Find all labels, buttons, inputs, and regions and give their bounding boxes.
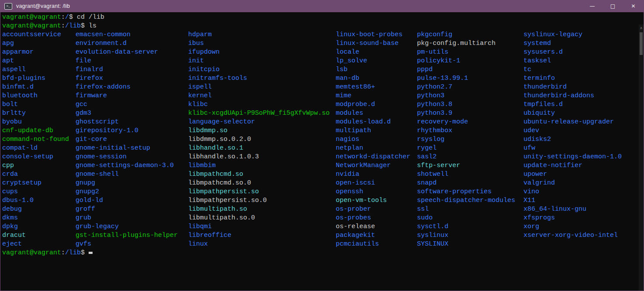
file-entry: pm-utils [417, 48, 515, 57]
file-entry: networkd-dispatcher [336, 153, 410, 161]
file-entry: software-properties [417, 188, 515, 196]
scrollbar[interactable]: ∧ [639, 24, 644, 291]
file-entry: mime [336, 92, 410, 100]
file-entry: update-notifier [523, 161, 622, 170]
scroll-up-arrow-icon[interactable]: ∧ [639, 25, 644, 31]
file-entry: rsyslog [417, 135, 515, 144]
file-entry: gnome-session [76, 153, 178, 161]
file-entry: debug [2, 205, 69, 214]
file-entry: libhandle.so.1.0.3 [188, 153, 330, 161]
file-entry: command-not-found [2, 135, 69, 144]
file-entry: os-release [336, 223, 410, 231]
file-entry: apparmor [2, 48, 69, 57]
file-entry: nvidia [336, 170, 410, 179]
file-entry: gold-ld [76, 196, 178, 205]
file-entry: thunderbird [523, 83, 622, 92]
file-entry: gnome-shell [76, 170, 178, 179]
terminal-content[interactable]: vagrant@vagrant:/$ cd /lib vagrant@vagra… [0, 12, 644, 291]
file-entry: kernel [188, 92, 330, 100]
file-entry: dbus-1.0 [2, 196, 69, 205]
file-entry: libdmmp.so.0.2.0 [188, 135, 330, 144]
file-entry: multipath [336, 127, 410, 135]
file-entry: man-db [336, 74, 410, 83]
file-entry: pkgconfig [417, 31, 515, 39]
file-entry: linux-boot-probes [336, 31, 410, 39]
file-entry: gdm3 [76, 109, 178, 118]
file-entry: netplan [336, 144, 410, 153]
file-entry: eject [2, 240, 69, 249]
file-entry: byobu [2, 118, 69, 127]
file-entry: rhythmbox [417, 127, 515, 135]
scrollbar-thumb[interactable] [640, 32, 643, 55]
text-cursor [89, 252, 93, 254]
file-entry: girepository-1.0 [76, 127, 178, 135]
prompt-line-current: vagrant@vagrant:/lib$ [2, 249, 93, 257]
command-text: ls [85, 22, 96, 30]
file-entry: vino [523, 188, 622, 196]
file-entry: udev [523, 127, 622, 135]
file-entry: python3.9 [417, 109, 515, 118]
file-entry: firefox [76, 74, 178, 83]
file-entry: speech-dispatcher-modules [417, 196, 515, 205]
file-entry: binfmt.d [2, 83, 69, 92]
file-entry: linux-sound-base [336, 39, 410, 48]
prompt-colon: : [61, 22, 65, 30]
file-entry: pcmciautils [336, 240, 410, 249]
file-entry: cups [2, 188, 69, 196]
file-entry: klibc [188, 100, 330, 109]
file-entry: open-iscsi [336, 179, 410, 188]
file-entry: file [76, 57, 178, 65]
prompt-path: /lib [65, 22, 81, 30]
prompt-colon: : [61, 14, 65, 21]
file-entry: SYSLINUX [417, 240, 515, 249]
window-controls: — □ ✕ [582, 0, 644, 12]
terminal-window: >_ vagrant@vagrant: /lib — □ ✕ vagrant@v… [0, 0, 644, 291]
file-entry: libmbim [188, 161, 330, 170]
file-entry: sysctl.d [417, 223, 515, 231]
file-entry: os-probes [336, 214, 410, 223]
file-entry: x86_64-linux-gnu [523, 205, 622, 214]
file-entry: compat-ld [2, 144, 69, 153]
file-entry: snapd [417, 179, 515, 188]
file-entry: valgrind [523, 179, 622, 188]
file-entry: initcpio [188, 65, 330, 74]
prompt-path: /lib [65, 249, 81, 257]
file-entry: gcc [76, 100, 178, 109]
close-button[interactable]: ✕ [623, 0, 644, 12]
file-entry: recovery-mode [417, 118, 515, 127]
file-entry: hdparm [188, 31, 330, 39]
file-entry: tmpfiles.d [523, 100, 622, 109]
file-entry: ubiquity [523, 109, 622, 118]
title-bar[interactable]: >_ vagrant@vagrant: /lib — □ ✕ [0, 0, 644, 12]
file-entry: emacsen-common [76, 31, 178, 39]
file-entry: cnf-update-db [2, 127, 69, 135]
file-entry: python3 [417, 92, 515, 100]
file-entry: nagios [336, 135, 410, 144]
prompt-user: vagrant@vagrant [2, 249, 61, 257]
file-entry: shotwell [417, 170, 515, 179]
file-entry: libmpathcmd.so [188, 170, 330, 179]
prompt-dollar: $ [81, 22, 85, 30]
file-entry: language-selector [188, 118, 330, 127]
file-entry: gvfs [76, 240, 178, 249]
minimize-button[interactable]: — [582, 0, 603, 12]
file-entry: lp_solve [336, 57, 410, 65]
window-title: vagrant@vagrant: /lib [16, 3, 70, 9]
file-entry: lsb [336, 65, 410, 74]
file-entry: init [188, 57, 330, 65]
file-entry: initramfs-tools [188, 74, 330, 83]
file-entry: grub-legacy [76, 223, 178, 231]
file-entry: policykit-1 [417, 57, 515, 65]
file-entry: open-vm-tools [336, 196, 410, 205]
listing-column: accountsserviceapgapparmoraptaspellbfd-p… [2, 31, 69, 249]
file-entry: modules-load.d [336, 118, 410, 127]
file-entry: accountsservice [2, 31, 69, 39]
file-entry: bfd-plugins [2, 74, 69, 83]
file-entry: bolt [2, 100, 69, 109]
file-entry: syslinux [417, 231, 515, 240]
file-entry: libhandle.so.1 [188, 144, 330, 153]
file-entry: firefox-addons [76, 83, 178, 92]
maximize-button[interactable]: □ [603, 0, 623, 12]
file-entry: ibus [188, 39, 330, 48]
file-entry: gnupg2 [76, 188, 178, 196]
